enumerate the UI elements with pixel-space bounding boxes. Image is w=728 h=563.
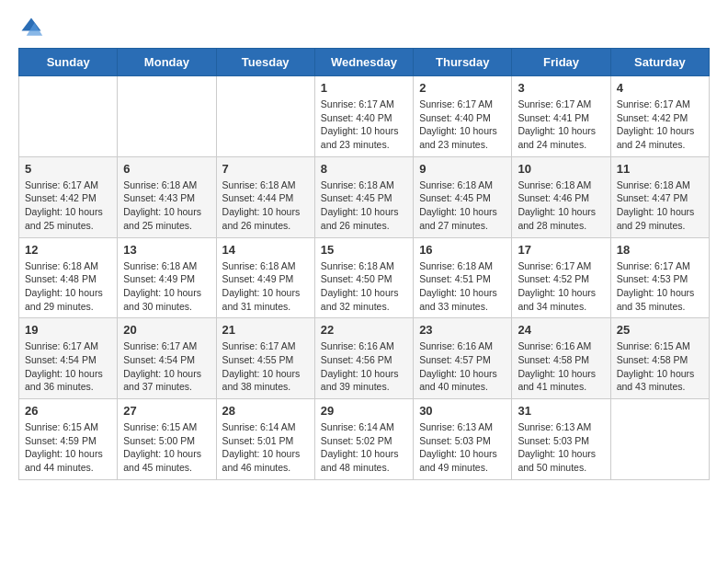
- day-cell: 29Sunrise: 6:14 AMSunset: 5:02 PMDayligh…: [314, 399, 413, 480]
- day-number: 12: [25, 243, 111, 257]
- day-cell: 15Sunrise: 6:18 AMSunset: 4:50 PMDayligh…: [314, 237, 413, 318]
- day-info: Sunrise: 6:14 AMSunset: 5:02 PMDaylight:…: [321, 420, 407, 475]
- day-number: 13: [123, 243, 210, 257]
- day-cell: 16Sunrise: 6:18 AMSunset: 4:51 PMDayligh…: [414, 237, 512, 318]
- day-cell: 7Sunrise: 6:18 AMSunset: 4:44 PMDaylight…: [216, 156, 314, 237]
- day-number: 26: [25, 404, 111, 418]
- day-info: Sunrise: 6:18 AMSunset: 4:46 PMDaylight:…: [518, 178, 604, 233]
- day-cell: 25Sunrise: 6:15 AMSunset: 4:58 PMDayligh…: [610, 318, 709, 399]
- day-cell: 17Sunrise: 6:17 AMSunset: 4:52 PMDayligh…: [512, 237, 610, 318]
- day-number: 22: [321, 323, 407, 337]
- day-cell: 14Sunrise: 6:18 AMSunset: 4:49 PMDayligh…: [216, 237, 314, 318]
- day-cell: [216, 76, 314, 157]
- day-info: Sunrise: 6:17 AMSunset: 4:42 PMDaylight:…: [25, 178, 111, 233]
- day-info: Sunrise: 6:17 AMSunset: 4:53 PMDaylight:…: [617, 259, 703, 314]
- day-info: Sunrise: 6:13 AMSunset: 5:03 PMDaylight:…: [518, 420, 604, 475]
- day-info: Sunrise: 6:15 AMSunset: 4:58 PMDaylight:…: [617, 339, 703, 394]
- logo-icon: [18, 15, 44, 40]
- day-cell: 26Sunrise: 6:15 AMSunset: 4:59 PMDayligh…: [19, 399, 118, 480]
- day-number: 14: [222, 243, 309, 257]
- day-cell: 27Sunrise: 6:15 AMSunset: 5:00 PMDayligh…: [118, 399, 216, 480]
- week-row-5: 26Sunrise: 6:15 AMSunset: 4:59 PMDayligh…: [19, 399, 710, 480]
- header: [18, 15, 710, 40]
- day-number: 16: [419, 243, 506, 257]
- day-cell: [118, 76, 216, 157]
- day-info: Sunrise: 6:18 AMSunset: 4:49 PMDaylight:…: [222, 259, 309, 314]
- day-info: Sunrise: 6:17 AMSunset: 4:42 PMDaylight:…: [617, 98, 703, 152]
- weekday-wednesday: Wednesday: [314, 49, 413, 76]
- weekday-monday: Monday: [118, 49, 216, 76]
- day-number: 2: [419, 81, 506, 95]
- day-number: 28: [222, 404, 309, 418]
- day-number: 21: [222, 323, 309, 337]
- day-info: Sunrise: 6:18 AMSunset: 4:48 PMDaylight:…: [25, 259, 111, 314]
- day-info: Sunrise: 6:17 AMSunset: 4:55 PMDaylight:…: [222, 339, 309, 394]
- day-cell: 4Sunrise: 6:17 AMSunset: 4:42 PMDaylight…: [610, 76, 709, 157]
- day-info: Sunrise: 6:18 AMSunset: 4:51 PMDaylight:…: [419, 259, 506, 314]
- day-info: Sunrise: 6:16 AMSunset: 4:58 PMDaylight:…: [518, 339, 604, 394]
- weekday-saturday: Saturday: [610, 49, 709, 76]
- day-number: 8: [321, 162, 407, 176]
- day-info: Sunrise: 6:18 AMSunset: 4:47 PMDaylight:…: [617, 178, 703, 233]
- day-number: 15: [321, 243, 407, 257]
- day-number: 24: [518, 323, 604, 337]
- day-cell: 31Sunrise: 6:13 AMSunset: 5:03 PMDayligh…: [512, 399, 610, 480]
- week-row-3: 12Sunrise: 6:18 AMSunset: 4:48 PMDayligh…: [19, 237, 710, 318]
- day-cell: 28Sunrise: 6:14 AMSunset: 5:01 PMDayligh…: [216, 399, 314, 480]
- day-cell: 13Sunrise: 6:18 AMSunset: 4:49 PMDayligh…: [118, 237, 216, 318]
- day-number: 4: [617, 81, 703, 95]
- page: SundayMondayTuesdayWednesdayThursdayFrid…: [0, 0, 728, 495]
- day-number: 23: [419, 323, 506, 337]
- weekday-friday: Friday: [512, 49, 610, 76]
- day-cell: [19, 76, 118, 157]
- day-number: 5: [25, 162, 111, 176]
- week-row-2: 5Sunrise: 6:17 AMSunset: 4:42 PMDaylight…: [19, 156, 710, 237]
- day-number: 19: [25, 323, 111, 337]
- week-row-1: 1Sunrise: 6:17 AMSunset: 4:40 PMDaylight…: [19, 76, 710, 157]
- day-cell: 8Sunrise: 6:18 AMSunset: 4:45 PMDaylight…: [314, 156, 413, 237]
- day-cell: 19Sunrise: 6:17 AMSunset: 4:54 PMDayligh…: [19, 318, 118, 399]
- day-info: Sunrise: 6:17 AMSunset: 4:41 PMDaylight:…: [518, 98, 604, 152]
- day-cell: 18Sunrise: 6:17 AMSunset: 4:53 PMDayligh…: [610, 237, 709, 318]
- day-info: Sunrise: 6:18 AMSunset: 4:44 PMDaylight:…: [222, 178, 309, 233]
- day-number: 9: [419, 162, 506, 176]
- day-cell: 30Sunrise: 6:13 AMSunset: 5:03 PMDayligh…: [414, 399, 512, 480]
- day-info: Sunrise: 6:16 AMSunset: 4:56 PMDaylight:…: [321, 339, 407, 394]
- day-number: 31: [518, 404, 604, 418]
- day-info: Sunrise: 6:18 AMSunset: 4:45 PMDaylight:…: [321, 178, 407, 233]
- day-number: 27: [123, 404, 210, 418]
- day-info: Sunrise: 6:18 AMSunset: 4:50 PMDaylight:…: [321, 259, 407, 314]
- day-number: 3: [518, 81, 604, 95]
- calendar-table: SundayMondayTuesdayWednesdayThursdayFrid…: [18, 48, 710, 480]
- day-cell: 24Sunrise: 6:16 AMSunset: 4:58 PMDayligh…: [512, 318, 610, 399]
- day-cell: 23Sunrise: 6:16 AMSunset: 4:57 PMDayligh…: [414, 318, 512, 399]
- day-info: Sunrise: 6:16 AMSunset: 4:57 PMDaylight:…: [419, 339, 506, 394]
- day-info: Sunrise: 6:15 AMSunset: 4:59 PMDaylight:…: [25, 420, 111, 475]
- day-info: Sunrise: 6:15 AMSunset: 5:00 PMDaylight:…: [123, 420, 210, 475]
- day-cell: 22Sunrise: 6:16 AMSunset: 4:56 PMDayligh…: [314, 318, 413, 399]
- day-number: 29: [321, 404, 407, 418]
- day-number: 17: [518, 243, 604, 257]
- day-info: Sunrise: 6:18 AMSunset: 4:45 PMDaylight:…: [419, 178, 506, 233]
- day-info: Sunrise: 6:17 AMSunset: 4:54 PMDaylight:…: [25, 339, 111, 394]
- day-cell: 3Sunrise: 6:17 AMSunset: 4:41 PMDaylight…: [512, 76, 610, 157]
- weekday-thursday: Thursday: [414, 49, 512, 76]
- day-info: Sunrise: 6:17 AMSunset: 4:52 PMDaylight:…: [518, 259, 604, 314]
- weekday-header-row: SundayMondayTuesdayWednesdayThursdayFrid…: [19, 49, 710, 76]
- day-info: Sunrise: 6:13 AMSunset: 5:03 PMDaylight:…: [419, 420, 506, 475]
- day-number: 18: [617, 243, 703, 257]
- day-cell: [610, 399, 709, 480]
- day-number: 11: [617, 162, 703, 176]
- day-cell: 12Sunrise: 6:18 AMSunset: 4:48 PMDayligh…: [19, 237, 118, 318]
- day-info: Sunrise: 6:17 AMSunset: 4:40 PMDaylight:…: [419, 98, 506, 152]
- day-number: 1: [321, 81, 407, 95]
- day-cell: 5Sunrise: 6:17 AMSunset: 4:42 PMDaylight…: [19, 156, 118, 237]
- day-number: 10: [518, 162, 604, 176]
- day-number: 30: [419, 404, 506, 418]
- day-cell: 1Sunrise: 6:17 AMSunset: 4:40 PMDaylight…: [314, 76, 413, 157]
- week-row-4: 19Sunrise: 6:17 AMSunset: 4:54 PMDayligh…: [19, 318, 710, 399]
- day-cell: 9Sunrise: 6:18 AMSunset: 4:45 PMDaylight…: [414, 156, 512, 237]
- weekday-tuesday: Tuesday: [216, 49, 314, 76]
- day-info: Sunrise: 6:17 AMSunset: 4:40 PMDaylight:…: [321, 98, 407, 152]
- day-info: Sunrise: 6:18 AMSunset: 4:49 PMDaylight:…: [123, 259, 210, 314]
